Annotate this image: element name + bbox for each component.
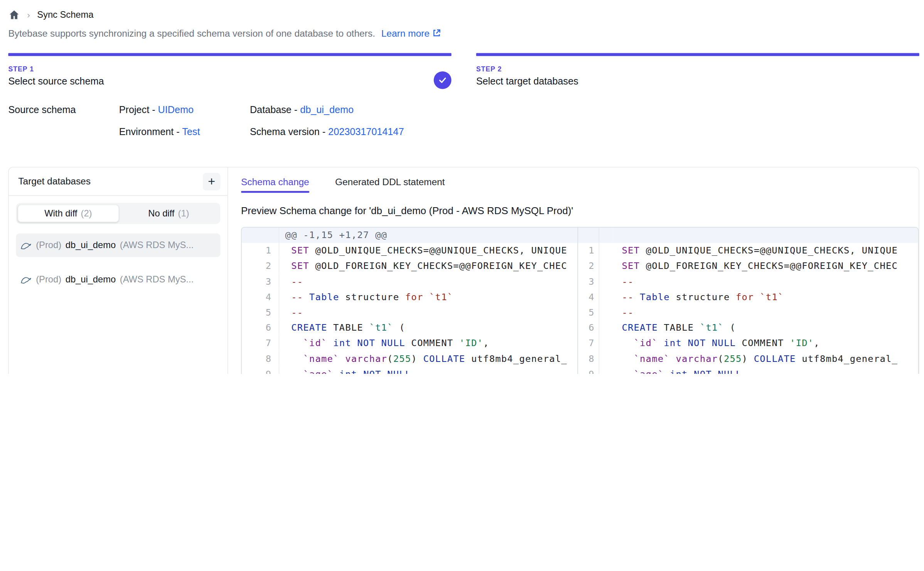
diff-code-row: 5 -- xyxy=(242,305,578,320)
diff-line-number: 3 xyxy=(578,274,599,289)
tab-no-diff[interactable]: No diff(1) xyxy=(119,204,219,222)
diff-code-text: `age` int NOT NULL, xyxy=(614,367,918,374)
diff-line-number: 4 xyxy=(578,289,599,305)
diff-code-text: SET @OLD_FOREIGN_KEY_CHECKS=@@FOREIGN_KE… xyxy=(614,258,918,274)
diff-code-row: 2 SET @OLD_FOREIGN_KEY_CHECKS=@@FOREIGN_… xyxy=(578,258,918,274)
step-2-title: Select target databases xyxy=(476,76,919,87)
add-target-database-button[interactable]: + xyxy=(203,172,221,190)
diff-code-row: 6 CREATE TABLE `t1` ( xyxy=(578,320,918,336)
diff-code-row: 2 SET @OLD_FOREIGN_KEY_CHECKS=@@FOREIGN_… xyxy=(242,258,578,274)
target-databases-panel: Target databases + With diff(2) No diff(… xyxy=(8,167,919,374)
diff-line-number: 1 xyxy=(242,243,280,258)
step-2-label: STEP 2 xyxy=(476,66,919,73)
diff-code-text: @@ -1,15 +1,27 @@ xyxy=(279,228,577,243)
db-environment: (Prod) xyxy=(36,274,61,285)
diff-line-number: 1 xyxy=(578,243,599,258)
preview-title: Preview Schema change for 'db_ui_demo (P… xyxy=(241,205,919,217)
diff-code-row: 1 SET @OLD_UNIQUE_CHECKS=@@UNIQUE_CHECKS… xyxy=(242,243,578,258)
diff-code-text: -- Table structure for `t1` xyxy=(279,289,577,305)
tab-with-diff[interactable]: With diff(2) xyxy=(18,204,119,222)
diff-line-number: 9 xyxy=(242,367,280,374)
diff-code-row: 8 `name` varchar(255) COLLATE utf8mb4_ge… xyxy=(578,351,918,367)
diff-add-sign xyxy=(599,320,614,336)
diff-filter-tabs: With diff(2) No diff(1) xyxy=(16,203,220,224)
diff-code-row: 3 -- xyxy=(578,274,918,289)
tab-generated-ddl[interactable]: Generated DDL statement xyxy=(335,177,445,193)
breadcrumb-chevron-icon: › xyxy=(27,10,30,20)
diff-code-text: -- xyxy=(279,274,577,289)
diff-add-sign xyxy=(599,367,614,374)
diff-code-text: `name` varchar(255) COLLATE utf8mb4_gene… xyxy=(279,351,577,367)
diff-line-number: 8 xyxy=(242,351,280,367)
diff-line-number: 6 xyxy=(578,320,599,336)
diff-code-text: CREATE TABLE `t1` ( xyxy=(279,320,577,336)
step-1-progress-bar xyxy=(8,53,451,56)
diff-line-number: 2 xyxy=(242,258,280,274)
target-database-item[interactable]: (Prod)db_ui_demo(AWS RDS MyS... xyxy=(16,268,220,291)
diff-code-row: 4 -- Table structure for `t1` xyxy=(578,289,918,305)
diff-code-text: SET @OLD_FOREIGN_KEY_CHECKS=@@FOREIGN_KE… xyxy=(279,258,577,274)
diff-code-text: `id` int NOT NULL COMMENT 'ID', xyxy=(614,336,918,351)
schema-version-link[interactable]: 20230317014147 xyxy=(328,126,404,137)
no-diff-count: (1) xyxy=(178,208,189,219)
diff-line-number: 2 xyxy=(578,258,599,274)
diff-line-number: 6 xyxy=(242,320,280,336)
learn-more-link[interactable]: Learn more xyxy=(381,28,442,38)
mysql-icon xyxy=(20,275,32,284)
diff-add-sign xyxy=(599,228,614,243)
target-database-item[interactable]: (Prod)db_ui_demo(AWS RDS MyS... xyxy=(16,233,220,257)
tab-schema-change[interactable]: Schema change xyxy=(241,177,309,193)
project-field: Project - UIDemo xyxy=(119,104,250,115)
diff-code-text: `name` varchar(255) COLLATE utf8mb4_gene… xyxy=(614,351,918,367)
diff-line-number xyxy=(578,228,599,243)
external-link-icon xyxy=(432,28,441,40)
diff-code-text: -- xyxy=(614,274,918,289)
target-database-list: (Prod)db_ui_demo(AWS RDS MyS...(Prod)db_… xyxy=(9,231,228,294)
diff-code-row: 3 -- xyxy=(242,274,578,289)
schema-preview-content: Schema change Generated DDL statement Pr… xyxy=(228,167,919,374)
diff-code-row: 5 -- xyxy=(578,305,918,320)
diff-code-text xyxy=(614,228,918,243)
sync-schema-page: › Sync Schema Bytebase supports synchron… xyxy=(0,0,924,374)
diff-code-row: 8 `name` varchar(255) COLLATE utf8mb4_ge… xyxy=(242,351,578,367)
breadcrumb: › Sync Schema xyxy=(0,0,924,22)
diff-code-text: `id` int NOT NULL COMMENT 'ID', xyxy=(279,336,577,351)
diff-add-sign xyxy=(599,243,614,258)
step-1-title: Select source schema xyxy=(8,76,451,87)
diff-hunk-row xyxy=(578,228,918,243)
stepper: STEP 1 Select source schema STEP 2 Selec… xyxy=(0,53,924,87)
database-field: Database - db_ui_demo xyxy=(250,104,916,115)
environment-link[interactable]: Test xyxy=(182,126,200,137)
db-instance: (AWS RDS MyS... xyxy=(120,240,194,251)
diff-code-row: 9 `age` int NOT NULL, xyxy=(578,367,918,374)
diff-code-text: -- xyxy=(279,305,577,320)
diff-pane-target[interactable]: 1 SET @OLD_UNIQUE_CHECKS=@@UNIQUE_CHECKS… xyxy=(578,228,918,374)
diff-add-sign xyxy=(599,258,614,274)
db-name: db_ui_demo xyxy=(66,274,116,285)
schema-diff-viewer: @@ -1,15 +1,27 @@1 SET @OLD_UNIQUE_CHECK… xyxy=(241,227,919,374)
diff-code-row: 7 `id` int NOT NULL COMMENT 'ID', xyxy=(578,336,918,351)
project-link[interactable]: UIDemo xyxy=(158,104,194,115)
step-2: STEP 2 Select target databases xyxy=(476,53,919,87)
diff-code-row: 1 SET @OLD_UNIQUE_CHECKS=@@UNIQUE_CHECKS… xyxy=(578,243,918,258)
db-environment: (Prod) xyxy=(36,240,61,251)
database-link[interactable]: db_ui_demo xyxy=(300,104,354,115)
diff-line-number: 9 xyxy=(578,367,599,374)
diff-line-number: 8 xyxy=(578,351,599,367)
diff-code-row: 9 `age` int NOT NULL, xyxy=(242,367,578,374)
schema-version-field: Schema version - 20230317014147 xyxy=(250,126,916,137)
diff-code-row: 7 `id` int NOT NULL COMMENT 'ID', xyxy=(242,336,578,351)
step-1-check-icon xyxy=(434,71,452,89)
diff-pane-source[interactable]: @@ -1,15 +1,27 @@1 SET @OLD_UNIQUE_CHECK… xyxy=(242,228,578,374)
diff-code-text: -- xyxy=(614,305,918,320)
diff-code-row: 4 -- Table structure for `t1` xyxy=(242,289,578,305)
diff-code-row: 6 CREATE TABLE `t1` ( xyxy=(242,320,578,336)
diff-line-number: 5 xyxy=(242,305,280,320)
source-schema-summary: Source schema Project - UIDemo Database … xyxy=(0,104,924,137)
mysql-icon xyxy=(20,241,32,250)
diff-line-number: 7 xyxy=(242,336,280,351)
home-icon[interactable] xyxy=(8,9,20,21)
page-title: Sync Schema xyxy=(37,9,93,20)
db-instance: (AWS RDS MyS... xyxy=(120,274,194,285)
target-databases-sidebar: Target databases + With diff(2) No diff(… xyxy=(9,167,228,374)
